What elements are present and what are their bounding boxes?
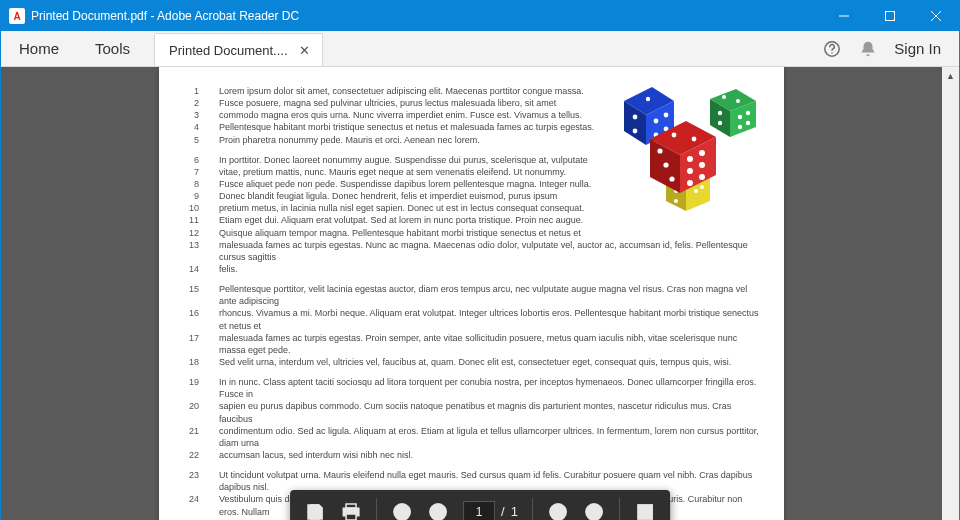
prev-page-icon[interactable] [391,501,413,520]
dice-image [606,81,766,221]
line-number: 18 [181,356,199,368]
content-area: 1Lorem ipsum dolor sit amet, consectetue… [1,67,959,520]
line-number: 17 [181,332,199,356]
svg-point-13 [738,125,742,129]
vertical-scrollbar[interactable]: ▲ ▼ [942,67,959,520]
page-indicator: / 1 [463,501,518,520]
doc-line: 17malesuada fames ac turpis egestas. Pro… [181,332,762,356]
sign-in-button[interactable]: Sign In [894,40,941,57]
svg-point-5 [832,52,833,53]
tab-label: Printed Document.... [169,43,288,58]
line-text: rhoncus. Vivamus a mi. Morbi neque. Aliq… [219,307,762,331]
tabstrip: Printed Document.... ✕ [154,31,323,66]
svg-point-26 [646,97,650,101]
help-icon[interactable] [822,39,842,59]
svg-point-14 [746,121,750,125]
svg-rect-48 [311,505,318,510]
line-number: 7 [181,166,199,178]
line-text: Pellentesque porttitor, velit lacinia eg… [219,283,762,307]
print-icon[interactable] [340,501,362,520]
doc-line: 22accumsan lacus, sed interdum wisi nibh… [181,449,762,461]
titlebar: A Printed Document.pdf - Adobe Acrobat R… [1,1,959,31]
line-text: felis. [219,263,762,275]
page-sep: / [501,504,505,519]
svg-point-16 [736,99,740,103]
line-number: 3 [181,109,199,121]
svg-point-22 [654,119,659,124]
svg-point-42 [699,174,705,180]
line-number: 19 [181,376,199,400]
line-text: In in nunc. Class aptent taciti sociosqu… [219,376,762,400]
svg-point-47 [692,137,697,142]
pdf-page: 1Lorem ipsum dolor sit amet, consectetue… [159,67,784,520]
line-number: 1 [181,85,199,97]
close-button[interactable] [913,1,959,31]
svg-point-41 [687,180,693,186]
page-total: 1 [511,504,518,519]
fit-page-icon[interactable] [634,501,656,520]
svg-point-11 [738,115,742,119]
svg-point-9 [718,111,722,115]
line-number: 2 [181,97,199,109]
save-icon[interactable] [304,501,326,520]
line-number: 22 [181,449,199,461]
line-text: Quisque aliquam tempor magna. Pellentesq… [219,227,762,239]
line-number: 20 [181,400,199,424]
maximize-button[interactable] [867,1,913,31]
svg-point-45 [669,176,674,181]
doc-line: 13malesuada fames ac turpis egestas. Nun… [181,239,762,263]
svg-point-46 [672,133,677,138]
line-number: 24 [181,493,199,517]
doc-line: 21condimentum odio. Sed ac ligula. Aliqu… [181,425,762,449]
doc-line: 12Quisque aliquam tempor magna. Pellente… [181,227,762,239]
svg-point-15 [722,95,726,99]
svg-point-33 [700,185,704,189]
notifications-icon[interactable] [858,39,878,59]
zoom-out-icon[interactable] [547,501,569,520]
line-number: 14 [181,263,199,275]
line-number: 9 [181,190,199,202]
svg-point-10 [718,121,722,125]
toolbar-separator [376,498,377,520]
doc-line: 15Pellentesque porttitor, velit lacinia … [181,283,762,307]
svg-point-38 [699,150,705,156]
svg-point-32 [694,189,698,193]
tab-close-icon[interactable]: ✕ [298,43,312,57]
svg-point-20 [633,115,638,120]
svg-point-12 [746,111,750,115]
svg-point-37 [687,156,693,162]
svg-rect-50 [346,504,356,508]
minimize-button[interactable] [821,1,867,31]
zoom-in-icon[interactable] [583,501,605,520]
page-number-input[interactable] [463,501,495,520]
home-button[interactable]: Home [1,40,77,57]
svg-point-39 [687,168,693,174]
line-text: Sed velit urna, interdum vel, ultricies … [219,356,762,368]
line-number: 12 [181,227,199,239]
scroll-up-icon[interactable]: ▲ [942,67,959,84]
page-viewport[interactable]: 1Lorem ipsum dolor sit amet, consectetue… [1,67,942,520]
toolbar-separator [532,498,533,520]
line-number: 15 [181,283,199,307]
svg-point-40 [699,162,705,168]
next-page-icon[interactable] [427,501,449,520]
svg-rect-49 [311,514,319,519]
floating-toolbar: / 1 [290,490,670,520]
doc-line: 19In in nunc. Class aptent taciti socios… [181,376,762,400]
svg-rect-1 [886,12,895,21]
doc-line: 16rhoncus. Vivamus a mi. Morbi neque. Al… [181,307,762,331]
line-number: 21 [181,425,199,449]
line-text: condimentum odio. Sed ac ligula. Aliquam… [219,425,762,449]
line-number: 11 [181,214,199,226]
doc-line: 14felis. [181,263,762,275]
svg-point-31 [674,199,678,203]
document-tab[interactable]: Printed Document.... ✕ [154,33,323,66]
line-number: 16 [181,307,199,331]
window-title: Printed Document.pdf - Adobe Acrobat Rea… [31,9,299,23]
tools-button[interactable]: Tools [77,40,148,57]
svg-point-43 [657,148,662,153]
line-text: malesuada fames ac turpis egestas. Proin… [219,332,762,356]
line-number: 23 [181,469,199,493]
line-number: 4 [181,121,199,133]
app-window: A Printed Document.pdf - Adobe Acrobat R… [0,0,960,520]
